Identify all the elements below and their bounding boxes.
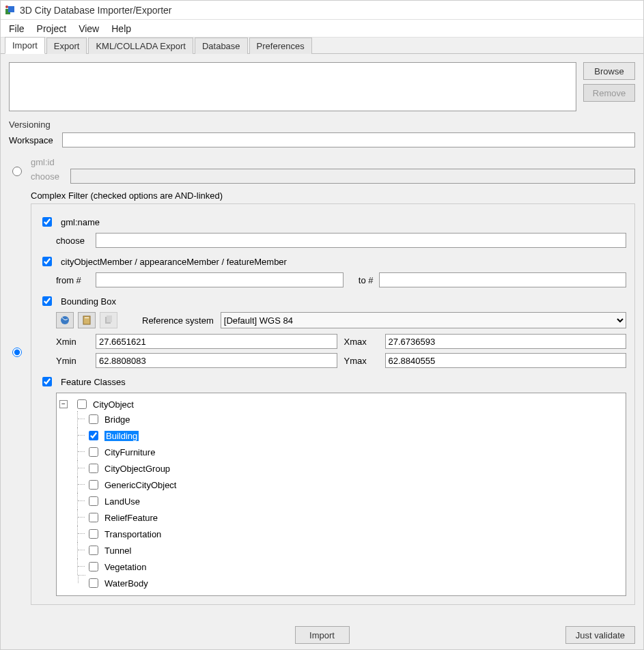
xmax-label: Xmax — [344, 337, 378, 347]
workspace-label: Workspace — [9, 135, 57, 145]
tab-kml-collada-export[interactable]: KML/COLLADA Export — [88, 38, 193, 54]
xmin-label: Xmin — [56, 337, 89, 347]
tree-node: Transportation — [77, 526, 621, 542]
menu-file[interactable]: File — [3, 20, 30, 37]
tree-node-checkbox[interactable] — [89, 513, 98, 522]
tree-node-checkbox[interactable] — [89, 546, 98, 555]
counter-checkbox[interactable] — [42, 257, 52, 266]
tree-node-checkbox[interactable] — [89, 578, 98, 588]
tree-node-checkbox[interactable] — [89, 464, 98, 473]
featureclasses-checkbox[interactable] — [42, 377, 52, 386]
remove-button[interactable]: Remove — [583, 84, 635, 102]
tab-database[interactable]: Database — [195, 38, 248, 54]
tree-node-checkbox[interactable] — [89, 431, 98, 440]
gmlid-label: gml:id — [31, 157, 635, 167]
feature-tree[interactable]: − CityObject BridgeBuildingCityFurniture… — [56, 393, 626, 596]
tree-node-checkbox[interactable] — [89, 480, 98, 490]
tree-node-label[interactable]: WaterBody — [104, 578, 148, 589]
complex-filter-radio[interactable] — [12, 348, 22, 357]
app-icon — [5, 5, 16, 16]
tree-node: ReliefFeature — [77, 509, 621, 526]
workspace-input[interactable] — [62, 132, 635, 147]
tree-node: Building — [77, 427, 621, 444]
gmlname-label: gml:name — [61, 217, 100, 227]
xmax-input[interactable] — [385, 334, 627, 349]
tree-node: Vegetation — [77, 559, 621, 575]
tab-export[interactable]: Export — [46, 38, 87, 54]
ymax-input[interactable] — [385, 353, 627, 368]
tree-node-label[interactable]: CityFurniture — [104, 447, 155, 457]
tree-node: Tunnel — [77, 542, 621, 559]
refsys-select[interactable]: [Default] WGS 84 — [221, 312, 626, 328]
titlebar: 3D City Database Importer/Exporter — [1, 1, 643, 20]
gmlname-checkbox[interactable] — [42, 217, 52, 227]
gmlid-choose-label: choose — [31, 171, 65, 182]
window-title: 3D City Database Importer/Exporter — [20, 5, 172, 16]
tree-node-label[interactable]: Bridge — [104, 414, 130, 425]
validate-button[interactable]: Just validate — [565, 626, 635, 644]
bbox-checkbox[interactable] — [42, 296, 52, 306]
menu-view[interactable]: View — [73, 20, 104, 37]
counter-from-label: from # — [56, 275, 90, 285]
svg-rect-1 — [8, 6, 14, 12]
tree-node-checkbox[interactable] — [89, 447, 98, 457]
tree-node: GenericCityObject — [77, 477, 621, 493]
tab-import[interactable]: Import — [5, 37, 45, 54]
counter-to-label: to # — [349, 275, 374, 285]
simple-filter-radio[interactable] — [12, 167, 22, 176]
tree-node-label[interactable]: Transportation — [104, 529, 161, 539]
import-button[interactable]: Import — [295, 626, 350, 644]
menubar: File Project View Help — [1, 20, 643, 38]
browse-button[interactable]: Browse — [583, 62, 635, 80]
xmin-input[interactable] — [96, 334, 337, 349]
gmlname-choose-input[interactable] — [96, 233, 626, 248]
tree-node-label[interactable]: Tunnel — [104, 546, 131, 556]
bbox-label: Bounding Box — [61, 296, 116, 307]
tree-node-checkbox[interactable] — [89, 496, 98, 506]
file-list[interactable] — [9, 62, 576, 111]
versioning-title: Versioning — [9, 119, 635, 130]
menu-help[interactable]: Help — [106, 20, 137, 37]
counter-to-input[interactable] — [379, 272, 627, 287]
paste-bbox-icon[interactable] — [78, 312, 96, 328]
menu-project[interactable]: Project — [31, 20, 72, 37]
svg-rect-5 — [85, 317, 89, 318]
tree-node-label[interactable]: Building — [104, 431, 139, 441]
import-panel: Browse Remove Versioning Workspace gml:i… — [1, 54, 643, 621]
tree-root-label[interactable]: CityObject — [93, 399, 134, 410]
svg-point-2 — [5, 5, 8, 8]
tree-node-label[interactable]: GenericCityObject — [104, 480, 176, 490]
svg-rect-7 — [107, 315, 112, 322]
tree-node-checkbox[interactable] — [89, 529, 98, 539]
tree-node-label[interactable]: ReliefFeature — [104, 513, 158, 523]
counter-from-input[interactable] — [96, 272, 344, 287]
tabstrip: Import Export KML/COLLADA Export Databas… — [1, 38, 643, 54]
tree-node-label[interactable]: Vegetation — [104, 562, 146, 572]
counter-label: cityObjectMember / appearanceMember / fe… — [61, 257, 287, 267]
svg-rect-4 — [83, 316, 90, 324]
tree-node-label[interactable]: LandUse — [104, 496, 140, 507]
tree-node-checkbox[interactable] — [89, 414, 98, 424]
tree-node-checkbox[interactable] — [89, 562, 98, 571]
map-select-icon[interactable] — [56, 312, 74, 328]
tree-node: WaterBody — [77, 575, 621, 591]
tree-expander-icon[interactable]: − — [59, 400, 68, 408]
gmlname-choose-label: choose — [56, 236, 90, 246]
tree-node: Bridge — [77, 411, 621, 427]
tree-node: LandUse — [77, 493, 621, 509]
tree-node: CityObjectGroup — [77, 460, 621, 477]
ymax-label: Ymax — [344, 356, 378, 366]
refsys-label: Reference system — [142, 315, 214, 326]
ymin-input[interactable] — [96, 353, 337, 368]
tree-node-label[interactable]: CityObjectGroup — [104, 464, 170, 474]
featureclasses-label: Feature Classes — [61, 377, 126, 387]
complex-filter-title: Complex Filter (checked options are AND-… — [31, 190, 635, 201]
tree-node: CityFurniture — [77, 444, 621, 460]
ymin-label: Ymin — [56, 356, 89, 366]
gmlid-choose-input — [70, 169, 635, 184]
bottombar: Import Just validate — [1, 621, 643, 649]
tree-root-checkbox[interactable] — [77, 399, 87, 409]
tab-preferences[interactable]: Preferences — [249, 38, 312, 54]
copy-bbox-icon[interactable] — [100, 312, 117, 328]
